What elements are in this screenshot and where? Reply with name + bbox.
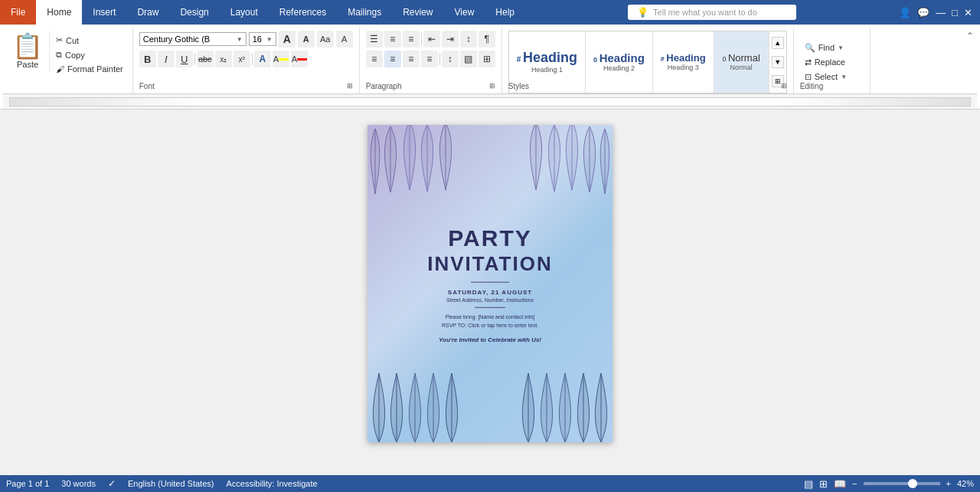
page-info: Page 1 of 1: [6, 479, 49, 488]
styles-scroll-down[interactable]: ▼: [772, 56, 784, 68]
paste-button[interactable]: 📋 Paste: [6, 31, 50, 72]
share-icon: 👤: [899, 7, 911, 18]
font-expand-icon[interactable]: ⊞: [347, 82, 353, 90]
collapse-ribbon-button[interactable]: ⌃: [966, 31, 974, 41]
format-painter-button[interactable]: 🖌 Format Painter: [53, 63, 126, 75]
clear-formatting-button[interactable]: A: [336, 31, 353, 48]
zoom-in-icon[interactable]: +: [946, 479, 951, 488]
find-dropdown[interactable]: ▼: [838, 44, 844, 51]
review-tab[interactable]: Review: [392, 0, 443, 25]
highlight-color-button[interactable]: A: [273, 51, 289, 67]
file-tab[interactable]: File: [0, 0, 36, 25]
heading3-label: Heading 3: [668, 64, 699, 71]
bullets-button[interactable]: ☰: [366, 31, 383, 48]
cut-button[interactable]: ✂ Cut: [53, 34, 126, 47]
zoom-level[interactable]: 42%: [957, 479, 974, 488]
font-shrink-button[interactable]: A: [298, 31, 315, 48]
heading1-preview: # Heading: [517, 51, 577, 66]
print-layout-button[interactable]: ▤: [804, 478, 813, 490]
normal-label: Normal: [730, 64, 753, 71]
references-tab[interactable]: References: [269, 0, 337, 25]
text-effects-button[interactable]: A: [254, 51, 271, 67]
font-size-dropdown[interactable]: 16 ▼: [249, 32, 276, 46]
web-layout-button[interactable]: ⊞: [819, 478, 828, 490]
font-size-value: 16: [253, 34, 262, 44]
heading2-label: Heading 2: [603, 64, 635, 72]
styles-group-label: Styles: [508, 82, 529, 90]
shading-button[interactable]: ▧: [460, 51, 477, 67]
replace-button[interactable]: ⇄ Replace: [800, 56, 864, 69]
layout-tab[interactable]: Layout: [220, 0, 269, 25]
draw-tab[interactable]: Draw: [126, 0, 169, 25]
align-left-button[interactable]: ≡: [366, 51, 383, 67]
read-mode-button[interactable]: 📖: [834, 478, 846, 490]
spell-check-icon[interactable]: ✓: [108, 478, 116, 489]
find-button[interactable]: 🔍 Find ▼: [800, 41, 864, 54]
select-dropdown[interactable]: ▼: [841, 74, 847, 80]
font-color-button[interactable]: A: [291, 51, 308, 67]
font-name-value: Century Gothic (B: [143, 34, 210, 44]
comments-icon: 💬: [917, 7, 929, 18]
increase-indent-button[interactable]: ⇥: [442, 31, 459, 48]
status-bar: Page 1 of 1 30 words ✓ English (United S…: [0, 475, 980, 492]
word-count: 30 words: [61, 479, 96, 488]
font-group-label: Font: [139, 82, 155, 90]
ruler: [9, 97, 971, 107]
accessibility[interactable]: Accessibility: Investigate: [226, 479, 317, 488]
justify-button[interactable]: ≡: [421, 51, 438, 67]
align-right-button[interactable]: ≡: [403, 51, 420, 67]
invite-rsvp[interactable]: Please bring: [Name and contact info] RS…: [380, 313, 600, 330]
line-spacing-button[interactable]: ↕: [442, 51, 459, 67]
invite-divider1: [471, 282, 509, 283]
subscript-button[interactable]: x₂: [215, 51, 232, 67]
zoom-slider[interactable]: [864, 482, 940, 485]
editing-group-label: Editing: [800, 82, 824, 90]
help-tab[interactable]: Help: [485, 0, 525, 25]
styles-expand-icon[interactable]: ⊞: [781, 82, 787, 90]
invite-address: Street Address, Number, Instructions: [380, 297, 600, 303]
view-tab[interactable]: View: [444, 0, 485, 25]
italic-button[interactable]: I: [158, 51, 175, 67]
zoom-out-icon[interactable]: −: [852, 479, 857, 488]
bold-button[interactable]: B: [139, 51, 156, 67]
sort-button[interactable]: ↕: [460, 31, 477, 48]
numbering-button[interactable]: ≡: [384, 31, 401, 48]
font-name-arrow: ▼: [237, 36, 243, 43]
invite-divider2: [475, 307, 505, 308]
show-marks-button[interactable]: ¶: [479, 31, 495, 48]
search-box[interactable]: Tell me what you want to do: [653, 8, 757, 17]
paragraph-expand-icon[interactable]: ⊞: [489, 82, 495, 90]
borders-button[interactable]: ⊞: [479, 51, 495, 67]
vdivider2: [252, 53, 253, 65]
mailings-tab[interactable]: Mailings: [337, 0, 392, 25]
paragraph-group-label: Paragraph: [366, 82, 402, 90]
font-size-arrow: ▼: [266, 36, 273, 43]
underline-button[interactable]: U: [176, 51, 193, 67]
replace-icon: ⇄: [805, 57, 812, 67]
select-button[interactable]: ⊡ Select ▼: [800, 71, 864, 84]
multilevel-button[interactable]: ≡: [403, 31, 420, 48]
close-icon[interactable]: ✕: [964, 7, 972, 18]
heading2-preview: 0 Heading: [593, 52, 645, 65]
copy-button[interactable]: ⧉ Copy: [53, 48, 126, 61]
font-color-icon: A: [292, 54, 297, 64]
styles-scroll-up[interactable]: ▲: [772, 37, 784, 49]
minimize-icon[interactable]: —: [936, 7, 946, 18]
font-grow-button[interactable]: A: [279, 31, 296, 48]
format-painter-icon: 🖌: [56, 64, 64, 74]
strikethrough-button[interactable]: abc: [197, 51, 214, 67]
align-center-button[interactable]: ≡: [384, 51, 401, 67]
language[interactable]: English (United States): [128, 479, 214, 488]
heading1-label: Heading 1: [531, 66, 563, 74]
vdivider1: [194, 53, 195, 65]
invite-party: PARTY: [380, 225, 600, 252]
insert-tab[interactable]: Insert: [82, 0, 126, 25]
font-case-button[interactable]: Aa: [317, 31, 334, 48]
home-tab[interactable]: Home: [36, 0, 82, 25]
font-name-dropdown[interactable]: Century Gothic (B ▼: [139, 32, 247, 46]
decrease-indent-button[interactable]: ⇤: [423, 31, 440, 48]
maximize-icon[interactable]: □: [952, 7, 958, 18]
superscript-button[interactable]: x²: [234, 51, 250, 67]
design-tab[interactable]: Design: [169, 0, 219, 25]
invite-date: SATURDAY, 21 AUGUST: [380, 289, 600, 296]
